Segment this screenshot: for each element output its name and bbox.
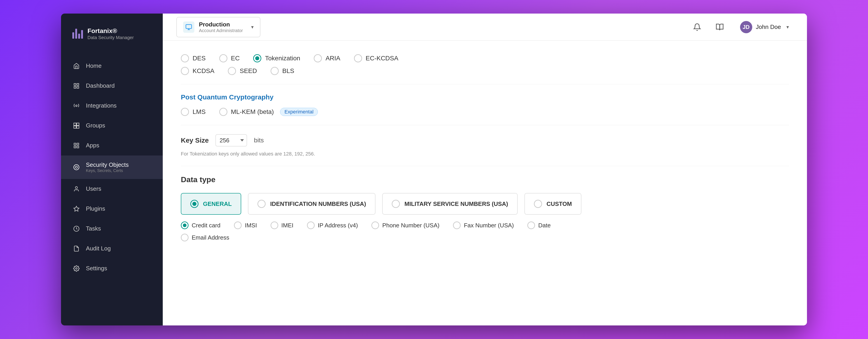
- divider-3: [181, 166, 789, 166]
- key-size-hint: For Tokenization keys only allowed value…: [181, 151, 789, 157]
- subtype-email-address[interactable]: Email Address: [181, 234, 229, 241]
- sidebar-item-settings[interactable]: Settings: [61, 258, 163, 278]
- subtype-fax-number[interactable]: Fax Number (USA): [453, 221, 514, 229]
- subtype-email-radio: [181, 234, 188, 241]
- svg-rect-10: [77, 143, 79, 145]
- algo-ml-kem-radio: [219, 108, 227, 116]
- svg-rect-7: [74, 126, 76, 128]
- sidebar-item-audit-log[interactable]: Audit Log: [61, 239, 163, 258]
- sidebar-item-users[interactable]: Users: [61, 179, 163, 199]
- subtype-imsi-radio: [234, 221, 242, 229]
- svg-marker-16: [74, 206, 79, 211]
- svg-rect-1: [77, 83, 79, 85]
- user-menu-chevron: ▾: [786, 24, 789, 30]
- sidebar-item-security-objects[interactable]: Security Objects Keys, Secrets, Certs: [61, 155, 163, 179]
- algo-bls-radio: [271, 67, 279, 75]
- data-type-heading: Data type: [181, 175, 789, 184]
- algo-ec-kcdsa[interactable]: EC-KCDSA: [354, 54, 399, 62]
- home-icon: [72, 62, 81, 70]
- svg-point-18: [76, 268, 77, 269]
- svg-rect-12: [74, 146, 76, 148]
- sidebar-item-plugins[interactable]: Plugins: [61, 199, 163, 219]
- data-card-id-radio: [257, 200, 266, 208]
- subtype-phone-radio: [371, 221, 379, 229]
- sidebar-item-home[interactable]: Home: [61, 56, 163, 76]
- user-menu[interactable]: JD John Doe ▾: [736, 19, 794, 35]
- key-size-label: Key Size: [181, 136, 209, 144]
- algo-ml-kem[interactable]: ML-KEM (beta) Experimental: [219, 108, 318, 116]
- algo-ec-kcdsa-radio: [354, 54, 362, 62]
- data-subtypes-row: Credit card IMSI IMEI IP Address (v4) Ph…: [181, 221, 789, 229]
- data-card-identification-numbers[interactable]: IDENTIFICATION NUMBERS (USA): [248, 193, 375, 215]
- svg-point-4: [76, 105, 77, 106]
- main-area: Production Account Administrator ▾ JD Jo…: [163, 13, 807, 326]
- audit-log-icon: [72, 245, 81, 253]
- divider-1: [181, 84, 789, 84]
- algo-seed-radio: [228, 67, 236, 75]
- algo-des-radio: [181, 54, 189, 62]
- svg-rect-11: [77, 146, 79, 148]
- account-selector[interactable]: Production Account Administrator ▾: [176, 17, 260, 37]
- svg-rect-6: [76, 123, 79, 125]
- algo-aria-radio: [314, 54, 322, 62]
- key-size-select[interactable]: 256 128 192: [215, 134, 247, 147]
- user-avatar: JD: [740, 21, 752, 33]
- svg-rect-2: [77, 86, 79, 88]
- subtype-phone-number[interactable]: Phone Number (USA): [371, 221, 439, 229]
- data-card-general[interactable]: GENERAL: [181, 193, 241, 215]
- users-icon: [72, 185, 81, 193]
- notification-bell-button[interactable]: [690, 20, 704, 34]
- algo-aria[interactable]: ARIA: [314, 54, 340, 62]
- svg-rect-0: [74, 83, 76, 85]
- algo-lms-radio: [181, 108, 189, 116]
- algo-ec[interactable]: EC: [219, 54, 240, 62]
- apps-icon: [72, 142, 81, 150]
- sidebar-item-groups[interactable]: Groups: [61, 116, 163, 135]
- integrations-icon: [72, 102, 81, 110]
- help-book-button[interactable]: [713, 20, 726, 34]
- data-card-custom[interactable]: CUSTOM: [524, 193, 581, 215]
- algo-kcdsa[interactable]: KCDSA: [181, 67, 214, 75]
- user-name: John Doe: [756, 24, 781, 31]
- logo-icon: [72, 29, 83, 39]
- subtype-ip-address[interactable]: IP Address (v4): [307, 221, 358, 229]
- subtype-imsi[interactable]: IMSI: [234, 221, 257, 229]
- app-subtitle: Data Security Manager: [88, 35, 134, 40]
- sidebar-item-apps[interactable]: Apps: [61, 135, 163, 155]
- subtype-credit-card-radio: [181, 221, 188, 229]
- data-card-custom-radio: [534, 200, 542, 208]
- key-size-unit: bits: [254, 137, 264, 144]
- algo-tokenization[interactable]: Tokenization: [253, 54, 300, 62]
- sidebar-item-integrations[interactable]: Integrations: [61, 96, 163, 116]
- sidebar: Fortanix® Data Security Manager Home Das…: [61, 13, 163, 326]
- subtype-date-radio: [527, 221, 535, 229]
- svg-point-14: [75, 166, 77, 168]
- algo-des[interactable]: DES: [181, 54, 206, 62]
- svg-rect-9: [74, 143, 76, 145]
- sidebar-item-tasks[interactable]: Tasks: [61, 219, 163, 239]
- account-name: Production: [199, 21, 243, 28]
- post-quantum-options: LMS ML-KEM (beta) Experimental: [181, 108, 789, 116]
- experimental-badge: Experimental: [280, 108, 318, 116]
- subtype-imei-radio: [271, 221, 278, 229]
- algo-lms[interactable]: LMS: [181, 108, 206, 116]
- app-name: Fortanix®: [88, 27, 134, 35]
- subtype-ip-radio: [307, 221, 315, 229]
- algo-seed[interactable]: SEED: [228, 67, 257, 75]
- data-card-military-radio: [392, 200, 400, 208]
- topbar: Production Account Administrator ▾ JD Jo…: [163, 13, 807, 41]
- sidebar-item-dashboard[interactable]: Dashboard: [61, 76, 163, 96]
- algo-ec-radio: [219, 54, 227, 62]
- data-type-cards: GENERAL IDENTIFICATION NUMBERS (USA) MIL…: [181, 193, 789, 215]
- subtype-credit-card[interactable]: Credit card: [181, 221, 220, 229]
- topbar-actions: JD John Doe ▾: [690, 19, 794, 35]
- account-icon: [183, 22, 194, 33]
- settings-icon: [72, 265, 81, 273]
- algo-bls[interactable]: BLS: [271, 67, 294, 75]
- sidebar-nav: Home Dashboard Integrations Groups: [61, 52, 163, 326]
- logo: Fortanix® Data Security Manager: [61, 13, 163, 52]
- subtype-date[interactable]: Date: [527, 221, 551, 229]
- algorithm-row-2: KCDSA SEED BLS: [181, 67, 789, 75]
- data-card-military-service-numbers[interactable]: MILITARY SERVICE NUMBERS (USA): [382, 193, 518, 215]
- subtype-imei[interactable]: IMEI: [271, 221, 293, 229]
